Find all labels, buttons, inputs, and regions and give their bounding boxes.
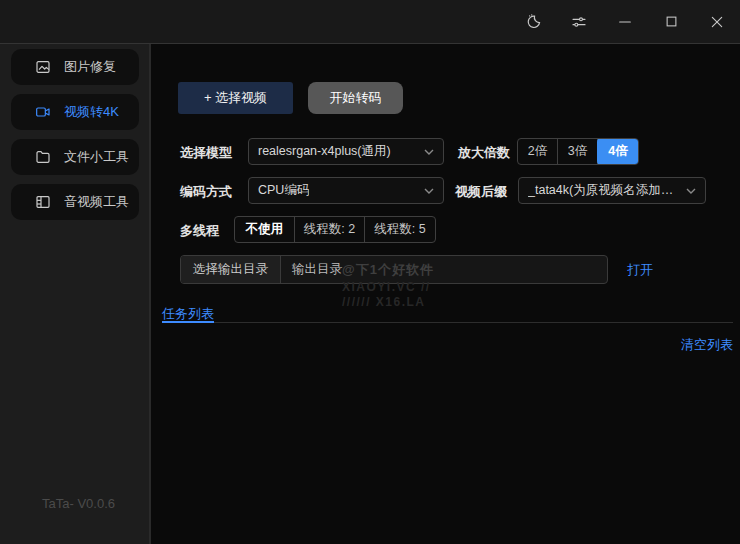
sidebar-item-av-tools[interactable]: 音视频工具 xyxy=(11,184,139,220)
suffix-select[interactable]: _tata4k(为原视频名添加_tata4k... xyxy=(518,177,706,204)
select-video-button[interactable]: + 选择视频 xyxy=(178,82,293,114)
app-window: 图片修复 视频转4K 文件小工具 xyxy=(0,0,740,544)
model-select[interactable]: realesrgan-x4plus(通用) xyxy=(248,138,444,165)
app-version: TaTa- V0.0.6 xyxy=(42,496,115,511)
chevron-down-icon xyxy=(424,149,434,155)
suffix-value: _tata4k(为原视频名添加_tata4k... xyxy=(528,182,680,199)
sidebar-item-file-tools[interactable]: 文件小工具 xyxy=(11,139,139,175)
scale-option-3x[interactable]: 3倍 xyxy=(558,139,598,164)
clear-list-link[interactable]: 清空列表 xyxy=(681,336,733,354)
threads-segmented: 不使用 线程数: 2 线程数: 5 xyxy=(234,216,436,243)
video-4k-icon xyxy=(35,104,51,120)
sidebar-item-label: 视频转4K xyxy=(64,103,119,121)
output-dir-group: 选择输出目录 输出目录 xyxy=(180,255,608,284)
sidebar-item-video-4k[interactable]: 视频转4K xyxy=(11,94,139,130)
moon-icon[interactable] xyxy=(524,13,542,31)
tab-active-indicator xyxy=(162,321,214,323)
watermark-line3: ////// X16.LA xyxy=(342,295,426,309)
threads-option-none[interactable]: 不使用 xyxy=(235,217,295,242)
minimize-icon[interactable] xyxy=(616,13,634,31)
image-repair-icon xyxy=(35,59,51,75)
threads-option-2[interactable]: 线程数: 2 xyxy=(295,217,365,242)
sidebar: 图片修复 视频转4K 文件小工具 xyxy=(0,44,151,544)
open-dir-link[interactable]: 打开 xyxy=(627,261,653,279)
threads-option-5[interactable]: 线程数: 5 xyxy=(365,217,435,242)
encoding-label: 编码方式 xyxy=(180,183,232,201)
start-transcode-button[interactable]: 开始转码 xyxy=(308,82,403,114)
scale-segmented: 2倍 3倍 4倍 xyxy=(517,138,639,165)
titlebar xyxy=(0,0,740,44)
sliders-icon[interactable] xyxy=(570,13,588,31)
maximize-icon[interactable] xyxy=(662,13,680,31)
encoding-select[interactable]: CPU编码 xyxy=(248,177,444,204)
sidebar-item-label: 图片修复 xyxy=(64,58,116,76)
sidebar-item-label: 文件小工具 xyxy=(64,148,129,166)
model-value: realesrgan-x4plus(通用) xyxy=(258,143,391,160)
folder-tools-icon xyxy=(35,149,51,165)
chevron-down-icon xyxy=(424,188,434,194)
av-tools-icon xyxy=(35,194,51,210)
sidebar-item-image-repair[interactable]: 图片修复 xyxy=(11,49,139,85)
tab-divider xyxy=(162,322,733,323)
scale-option-2x[interactable]: 2倍 xyxy=(518,139,558,164)
close-icon[interactable] xyxy=(708,13,726,31)
scale-option-4x[interactable]: 4倍 xyxy=(597,138,639,165)
sidebar-item-label: 音视频工具 xyxy=(64,193,129,211)
model-label: 选择模型 xyxy=(180,144,232,162)
threads-label: 多线程 xyxy=(180,222,219,240)
output-dir-input[interactable]: 输出目录 xyxy=(281,256,607,283)
encoding-value: CPU编码 xyxy=(258,182,309,199)
suffix-label: 视频后缀 xyxy=(455,183,507,201)
scale-label: 放大倍数 xyxy=(458,144,510,162)
chevron-down-icon xyxy=(686,188,696,194)
select-output-dir-button[interactable]: 选择输出目录 xyxy=(181,256,281,283)
